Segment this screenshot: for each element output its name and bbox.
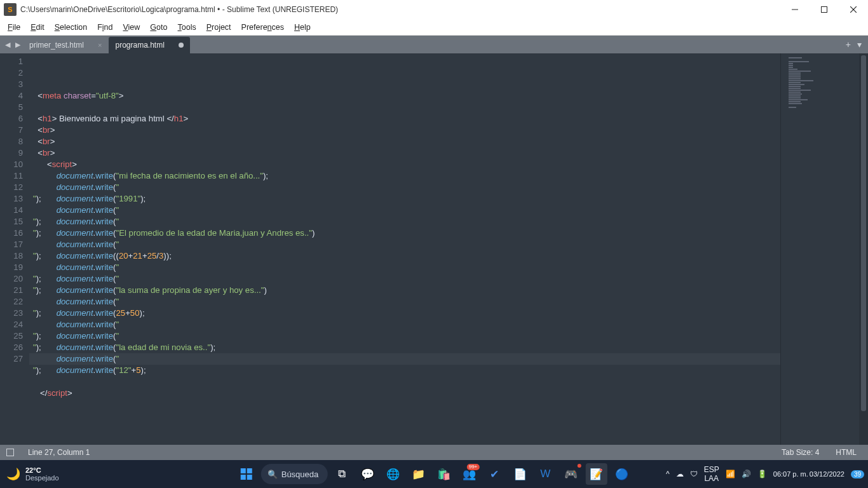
tab-programa[interactable]: programa.html <box>109 37 189 53</box>
window-title: C:\Users\marin\OneDrive\Escritorio\Logic… <box>20 5 338 14</box>
file-explorer-icon[interactable]: 📁 <box>407 463 429 485</box>
weather-temperature: 22°C <box>25 466 59 474</box>
panel-switcher-icon[interactable] <box>6 449 14 456</box>
task-view-icon[interactable]: ⧉ <box>331 463 353 485</box>
windows-logo-icon <box>241 468 252 480</box>
menu-bar: File Edit Selection Find View Goto Tools… <box>0 19 868 36</box>
start-button[interactable] <box>236 463 257 485</box>
tab-nav-back-icon[interactable]: ◀ <box>3 36 13 53</box>
search-icon: 🔍 <box>268 470 278 479</box>
menu-project[interactable]: Project <box>201 21 236 34</box>
status-cursor-position[interactable]: Line 27, Column 1 <box>23 448 95 457</box>
menu-help[interactable]: Help <box>289 21 316 34</box>
discord-icon[interactable]: 🎮 <box>560 463 581 485</box>
chrome-icon[interactable]: 🔵 <box>611 463 632 485</box>
weather-moon-icon: 🌙 <box>6 467 20 481</box>
app-logo-icon: S <box>4 3 17 16</box>
tray-battery-icon[interactable]: 🔋 <box>757 470 767 478</box>
system-tray: ^ ☁ 🛡 ESP LAA 📶 🔊 🔋 06:07 p. m. 03/12/20… <box>666 466 864 482</box>
menu-edit[interactable]: Edit <box>25 21 50 34</box>
discord-badge <box>577 464 581 468</box>
editor-area: 1234567891011121314151617181920212223242… <box>0 53 868 445</box>
tab-menu-icon[interactable]: ▾ <box>857 39 862 50</box>
tab-primer-test[interactable]: primer_test.html × <box>23 37 108 53</box>
tab-nav-forward-icon[interactable]: ▶ <box>13 36 23 53</box>
menu-selection[interactable]: Selection <box>50 21 92 34</box>
menu-file[interactable]: File <box>3 21 25 34</box>
minimap[interactable] <box>780 53 859 445</box>
tray-clock[interactable]: 06:07 p. m. 03/12/2022 <box>773 470 844 478</box>
scrollbar-thumb[interactable] <box>861 55 866 411</box>
status-tab-size[interactable]: Tab Size: 4 <box>776 448 824 457</box>
window-titlebar: S C:\Users\marin\OneDrive\Escritorio\Log… <box>0 0 868 19</box>
tray-security-icon[interactable]: 🛡 <box>690 470 698 478</box>
window-close-button[interactable] <box>839 0 868 19</box>
svg-rect-1 <box>822 7 827 13</box>
menu-preferences[interactable]: Preferences <box>236 21 289 34</box>
menu-find[interactable]: Find <box>92 21 118 34</box>
line-number-gutter[interactable]: 1234567891011121314151617181920212223242… <box>0 53 29 445</box>
tab-label: primer_test.html <box>29 41 84 50</box>
code-editor[interactable]: <meta charset="utf-8"> <h1> Bienvenido a… <box>29 53 780 445</box>
word-icon[interactable]: W <box>534 463 556 485</box>
tab-close-icon[interactable]: × <box>98 41 102 49</box>
window-maximize-button[interactable] <box>810 0 839 19</box>
tray-volume-icon[interactable]: 🔊 <box>742 470 751 478</box>
tray-language[interactable]: ESP LAA <box>704 466 719 482</box>
todo-app-icon[interactable]: ✔ <box>484 463 505 485</box>
menu-view[interactable]: View <box>118 21 145 34</box>
tray-notification-count[interactable]: 39 <box>851 470 864 478</box>
tab-new-icon[interactable]: + <box>846 39 851 50</box>
taskbar-weather-widget[interactable]: 🌙 22°C Despejado <box>6 466 59 482</box>
status-bar: Line 27, Column 1 Tab Size: 4 HTML <box>0 445 868 460</box>
tray-overflow-icon[interactable]: ^ <box>666 470 670 478</box>
tray-onedrive-icon[interactable]: ☁ <box>676 470 684 478</box>
edge-browser-icon[interactable]: 🌐 <box>382 463 403 485</box>
windows-taskbar: 🌙 22°C Despejado 🔍 Búsqueda ⧉ 💬 🌐 📁 🛍️ 👥… <box>0 460 868 488</box>
sublime-text-icon[interactable]: 📝 <box>585 463 607 485</box>
tab-dirty-indicator-icon <box>179 43 184 48</box>
microsoft-store-icon[interactable]: 🛍️ <box>433 463 454 485</box>
status-syntax[interactable]: HTML <box>831 448 862 457</box>
office-icon[interactable]: 📄 <box>509 463 531 485</box>
search-placeholder: Búsqueda <box>281 470 319 479</box>
tab-label: programa.html <box>115 41 164 50</box>
vertical-scrollbar[interactable] <box>859 53 868 445</box>
taskbar-search[interactable]: 🔍 Búsqueda <box>261 464 328 484</box>
chat-icon[interactable]: 💬 <box>356 463 378 485</box>
teams-badge: 99+ <box>467 464 480 470</box>
window-minimize-button[interactable] <box>780 0 810 19</box>
tray-wifi-icon[interactable]: 📶 <box>726 470 735 478</box>
menu-tools[interactable]: Tools <box>172 21 201 34</box>
teams-icon[interactable]: 👥99+ <box>458 463 480 485</box>
tab-strip: ◀ ▶ primer_test.html × programa.html + ▾ <box>0 36 868 53</box>
menu-goto[interactable]: Goto <box>145 21 172 34</box>
weather-description: Despejado <box>25 474 59 482</box>
taskbar-center-group: 🔍 Búsqueda ⧉ 💬 🌐 📁 🛍️ 👥99+ ✔ 📄 W 🎮 📝 🔵 <box>236 463 633 485</box>
